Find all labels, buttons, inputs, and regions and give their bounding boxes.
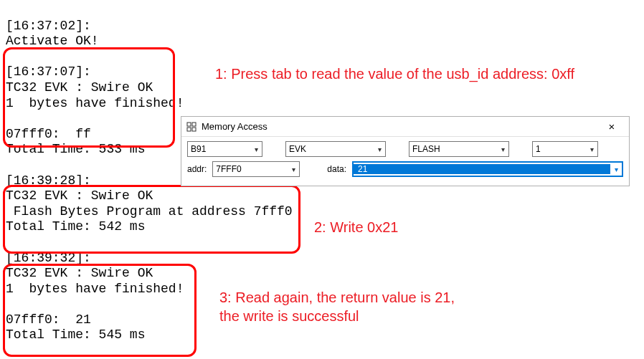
log-line: TC32 EVK : Swire OK (6, 80, 153, 95)
annotation-3: 3: Read again, the return value is 21, t… (219, 288, 455, 325)
log-line: [16:37:07]: (6, 64, 91, 79)
data-value: 21 (354, 164, 610, 174)
log-line: TC32 EVK : Swire OK (6, 188, 153, 203)
close-button[interactable]: × (599, 118, 625, 135)
addr-value: 7FFF0 (213, 164, 288, 174)
memory-access-dialog: Memory Access × B91 ▾ EVK ▾ FLASH ▾ 1 ▾ (181, 116, 630, 186)
data-input[interactable]: 21 ▾ (352, 161, 623, 177)
memory-type-select[interactable]: FLASH ▾ (409, 141, 509, 157)
count-select[interactable]: 1 ▾ (532, 141, 598, 157)
chip-value: B91 (188, 144, 250, 154)
log-line: Total Time: 533 ms (6, 142, 145, 156)
annotation-2: 2: Write 0x21 (314, 218, 398, 236)
log-line: [16:37:02]: (6, 19, 91, 33)
svg-rect-0 (187, 123, 191, 126)
log-line: [16:39:28]: (6, 173, 91, 188)
log-line: 1 bytes have finished! (6, 282, 184, 296)
dialog-titlebar[interactable]: Memory Access × (181, 117, 629, 137)
log-line: [16:39:32]: (6, 251, 91, 265)
close-icon: × (609, 121, 615, 132)
log-line: Total Time: 542 ms (6, 219, 145, 234)
dialog-body: B91 ▾ EVK ▾ FLASH ▾ 1 ▾ addr: 7FFF0 ▾ da… (181, 137, 629, 186)
chevron-down-icon: ▾ (250, 142, 262, 156)
log-line: 07fff0: 21 (6, 312, 91, 327)
addr-label: addr: (187, 164, 207, 174)
board-select[interactable]: EVK ▾ (285, 141, 386, 157)
svg-rect-2 (187, 128, 191, 131)
chip-select[interactable]: B91 ▾ (187, 141, 262, 157)
log-line: Activate OK! (6, 34, 99, 48)
log-line: Flash Bytes Program at address 7fff0 (6, 204, 293, 219)
chevron-down-icon: ▾ (586, 142, 597, 156)
chevron-down-icon: ▾ (610, 163, 622, 176)
data-label: data: (327, 164, 346, 174)
addr-input[interactable]: 7FFF0 ▾ (212, 161, 300, 177)
log-line: TC32 EVK : Swire OK (6, 266, 153, 280)
svg-rect-3 (192, 128, 196, 131)
log-line: Total Time: 545 ms (6, 327, 145, 342)
chevron-down-icon: ▾ (374, 142, 385, 156)
annotation-1: 1: Press tab to read the value of the us… (215, 64, 574, 83)
svg-rect-1 (192, 123, 196, 126)
log-line: 07fff0: ff (6, 127, 91, 141)
memory-access-icon (186, 121, 197, 133)
chevron-down-icon: ▾ (497, 142, 508, 156)
board-value: EVK (286, 144, 374, 154)
memory-type-value: FLASH (409, 144, 497, 154)
count-value: 1 (533, 144, 586, 154)
dialog-title: Memory Access (202, 121, 599, 132)
chevron-down-icon: ▾ (288, 162, 299, 176)
log-line: 1 bytes have finished! (6, 96, 184, 110)
